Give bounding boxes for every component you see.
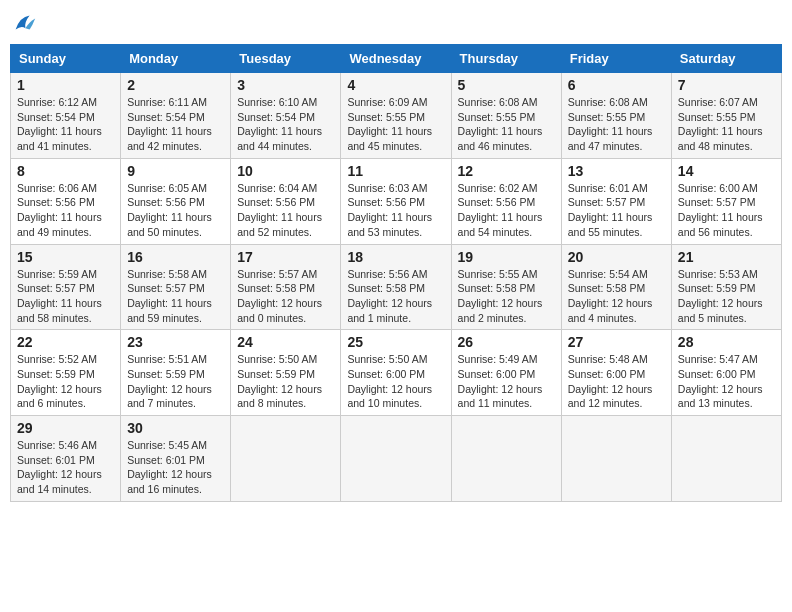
day-number: 28 — [678, 334, 775, 350]
day-info: Sunrise: 6:09 AM Sunset: 5:55 PM Dayligh… — [347, 95, 444, 154]
day-number: 7 — [678, 77, 775, 93]
calendar-cell: 19Sunrise: 5:55 AM Sunset: 5:58 PM Dayli… — [451, 244, 561, 330]
day-info: Sunrise: 5:46 AM Sunset: 6:01 PM Dayligh… — [17, 438, 114, 497]
week-row: 22Sunrise: 5:52 AM Sunset: 5:59 PM Dayli… — [11, 330, 782, 416]
calendar-cell: 28Sunrise: 5:47 AM Sunset: 6:00 PM Dayli… — [671, 330, 781, 416]
calendar-table: SundayMondayTuesdayWednesdayThursdayFrid… — [10, 44, 782, 502]
week-row: 15Sunrise: 5:59 AM Sunset: 5:57 PM Dayli… — [11, 244, 782, 330]
day-info: Sunrise: 6:08 AM Sunset: 5:55 PM Dayligh… — [568, 95, 665, 154]
day-info: Sunrise: 6:08 AM Sunset: 5:55 PM Dayligh… — [458, 95, 555, 154]
calendar-cell: 2Sunrise: 6:11 AM Sunset: 5:54 PM Daylig… — [121, 73, 231, 159]
calendar-cell: 5Sunrise: 6:08 AM Sunset: 5:55 PM Daylig… — [451, 73, 561, 159]
day-info: Sunrise: 5:56 AM Sunset: 5:58 PM Dayligh… — [347, 267, 444, 326]
logo — [10, 10, 42, 38]
day-number: 30 — [127, 420, 224, 436]
day-number: 25 — [347, 334, 444, 350]
day-number: 18 — [347, 249, 444, 265]
day-number: 19 — [458, 249, 555, 265]
day-info: Sunrise: 6:10 AM Sunset: 5:54 PM Dayligh… — [237, 95, 334, 154]
day-header-friday: Friday — [561, 45, 671, 73]
calendar-cell — [561, 416, 671, 502]
calendar-cell: 25Sunrise: 5:50 AM Sunset: 6:00 PM Dayli… — [341, 330, 451, 416]
calendar-cell: 20Sunrise: 5:54 AM Sunset: 5:58 PM Dayli… — [561, 244, 671, 330]
day-info: Sunrise: 6:00 AM Sunset: 5:57 PM Dayligh… — [678, 181, 775, 240]
day-info: Sunrise: 6:02 AM Sunset: 5:56 PM Dayligh… — [458, 181, 555, 240]
day-number: 15 — [17, 249, 114, 265]
day-number: 5 — [458, 77, 555, 93]
day-number: 20 — [568, 249, 665, 265]
day-number: 6 — [568, 77, 665, 93]
calendar-cell: 15Sunrise: 5:59 AM Sunset: 5:57 PM Dayli… — [11, 244, 121, 330]
calendar-cell: 23Sunrise: 5:51 AM Sunset: 5:59 PM Dayli… — [121, 330, 231, 416]
calendar-cell: 6Sunrise: 6:08 AM Sunset: 5:55 PM Daylig… — [561, 73, 671, 159]
calendar-cell: 18Sunrise: 5:56 AM Sunset: 5:58 PM Dayli… — [341, 244, 451, 330]
day-header-sunday: Sunday — [11, 45, 121, 73]
calendar-cell: 3Sunrise: 6:10 AM Sunset: 5:54 PM Daylig… — [231, 73, 341, 159]
day-info: Sunrise: 5:49 AM Sunset: 6:00 PM Dayligh… — [458, 352, 555, 411]
day-number: 26 — [458, 334, 555, 350]
calendar-cell: 29Sunrise: 5:46 AM Sunset: 6:01 PM Dayli… — [11, 416, 121, 502]
day-info: Sunrise: 6:07 AM Sunset: 5:55 PM Dayligh… — [678, 95, 775, 154]
day-info: Sunrise: 5:58 AM Sunset: 5:57 PM Dayligh… — [127, 267, 224, 326]
day-number: 10 — [237, 163, 334, 179]
calendar-cell: 7Sunrise: 6:07 AM Sunset: 5:55 PM Daylig… — [671, 73, 781, 159]
calendar-cell: 26Sunrise: 5:49 AM Sunset: 6:00 PM Dayli… — [451, 330, 561, 416]
day-info: Sunrise: 5:59 AM Sunset: 5:57 PM Dayligh… — [17, 267, 114, 326]
day-number: 23 — [127, 334, 224, 350]
day-info: Sunrise: 6:05 AM Sunset: 5:56 PM Dayligh… — [127, 181, 224, 240]
calendar-cell: 10Sunrise: 6:04 AM Sunset: 5:56 PM Dayli… — [231, 158, 341, 244]
day-number: 27 — [568, 334, 665, 350]
week-row: 1Sunrise: 6:12 AM Sunset: 5:54 PM Daylig… — [11, 73, 782, 159]
calendar-cell: 17Sunrise: 5:57 AM Sunset: 5:58 PM Dayli… — [231, 244, 341, 330]
day-number: 17 — [237, 249, 334, 265]
day-number: 4 — [347, 77, 444, 93]
day-header-wednesday: Wednesday — [341, 45, 451, 73]
calendar-cell: 4Sunrise: 6:09 AM Sunset: 5:55 PM Daylig… — [341, 73, 451, 159]
day-info: Sunrise: 5:47 AM Sunset: 6:00 PM Dayligh… — [678, 352, 775, 411]
day-info: Sunrise: 6:12 AM Sunset: 5:54 PM Dayligh… — [17, 95, 114, 154]
week-row: 29Sunrise: 5:46 AM Sunset: 6:01 PM Dayli… — [11, 416, 782, 502]
logo-bird-icon — [10, 10, 38, 38]
day-info: Sunrise: 5:45 AM Sunset: 6:01 PM Dayligh… — [127, 438, 224, 497]
day-number: 21 — [678, 249, 775, 265]
calendar-cell: 14Sunrise: 6:00 AM Sunset: 5:57 PM Dayli… — [671, 158, 781, 244]
day-info: Sunrise: 6:06 AM Sunset: 5:56 PM Dayligh… — [17, 181, 114, 240]
day-info: Sunrise: 5:51 AM Sunset: 5:59 PM Dayligh… — [127, 352, 224, 411]
day-info: Sunrise: 5:50 AM Sunset: 6:00 PM Dayligh… — [347, 352, 444, 411]
day-info: Sunrise: 6:11 AM Sunset: 5:54 PM Dayligh… — [127, 95, 224, 154]
calendar-cell — [671, 416, 781, 502]
calendar-cell: 11Sunrise: 6:03 AM Sunset: 5:56 PM Dayli… — [341, 158, 451, 244]
day-info: Sunrise: 5:48 AM Sunset: 6:00 PM Dayligh… — [568, 352, 665, 411]
day-info: Sunrise: 5:53 AM Sunset: 5:59 PM Dayligh… — [678, 267, 775, 326]
day-number: 9 — [127, 163, 224, 179]
day-info: Sunrise: 5:57 AM Sunset: 5:58 PM Dayligh… — [237, 267, 334, 326]
week-row: 8Sunrise: 6:06 AM Sunset: 5:56 PM Daylig… — [11, 158, 782, 244]
day-number: 3 — [237, 77, 334, 93]
day-number: 24 — [237, 334, 334, 350]
day-info: Sunrise: 6:03 AM Sunset: 5:56 PM Dayligh… — [347, 181, 444, 240]
day-number: 13 — [568, 163, 665, 179]
calendar-cell: 21Sunrise: 5:53 AM Sunset: 5:59 PM Dayli… — [671, 244, 781, 330]
calendar-cell: 16Sunrise: 5:58 AM Sunset: 5:57 PM Dayli… — [121, 244, 231, 330]
day-number: 1 — [17, 77, 114, 93]
day-info: Sunrise: 5:55 AM Sunset: 5:58 PM Dayligh… — [458, 267, 555, 326]
calendar-cell: 22Sunrise: 5:52 AM Sunset: 5:59 PM Dayli… — [11, 330, 121, 416]
day-info: Sunrise: 5:50 AM Sunset: 5:59 PM Dayligh… — [237, 352, 334, 411]
calendar-cell: 9Sunrise: 6:05 AM Sunset: 5:56 PM Daylig… — [121, 158, 231, 244]
day-header-saturday: Saturday — [671, 45, 781, 73]
day-number: 29 — [17, 420, 114, 436]
calendar-cell: 1Sunrise: 6:12 AM Sunset: 5:54 PM Daylig… — [11, 73, 121, 159]
calendar-cell: 13Sunrise: 6:01 AM Sunset: 5:57 PM Dayli… — [561, 158, 671, 244]
page-header — [10, 10, 782, 38]
calendar-cell: 27Sunrise: 5:48 AM Sunset: 6:00 PM Dayli… — [561, 330, 671, 416]
day-number: 14 — [678, 163, 775, 179]
day-info: Sunrise: 5:54 AM Sunset: 5:58 PM Dayligh… — [568, 267, 665, 326]
calendar-header-row: SundayMondayTuesdayWednesdayThursdayFrid… — [11, 45, 782, 73]
day-number: 22 — [17, 334, 114, 350]
calendar-cell — [341, 416, 451, 502]
day-number: 12 — [458, 163, 555, 179]
calendar-cell: 8Sunrise: 6:06 AM Sunset: 5:56 PM Daylig… — [11, 158, 121, 244]
day-number: 11 — [347, 163, 444, 179]
day-number: 2 — [127, 77, 224, 93]
calendar-cell — [451, 416, 561, 502]
